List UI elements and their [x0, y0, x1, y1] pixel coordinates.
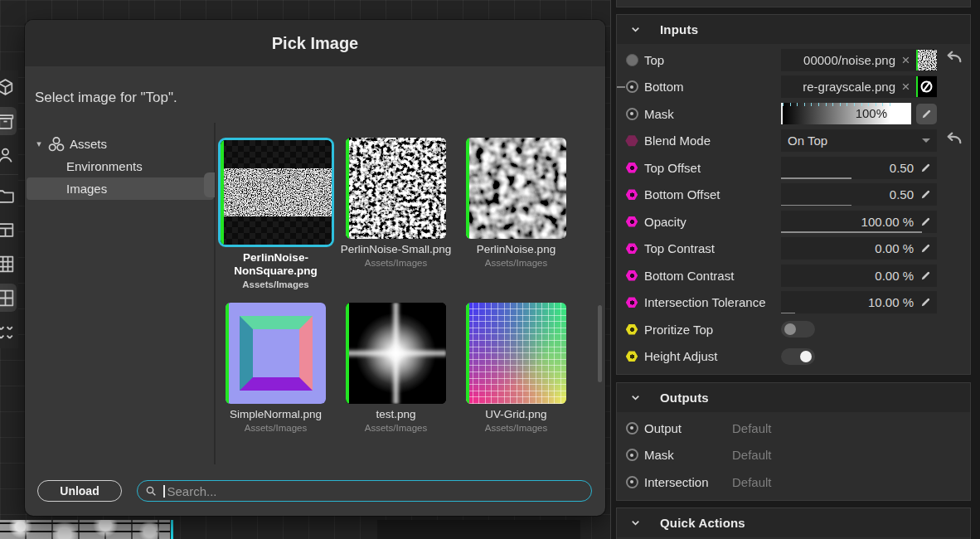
input-port-icon [625, 134, 638, 148]
slider-field[interactable]: 10.00 % [781, 291, 937, 313]
green-edge-strip [226, 303, 229, 404]
output-type-value[interactable]: Default [732, 421, 772, 435]
tree-item-assets[interactable]: ▾ Assets [27, 133, 214, 155]
color-swatch[interactable] [890, 103, 911, 124]
slider-value: 0.00 % [781, 241, 937, 255]
image-card[interactable]: PerlinNoise.pngAssets/Images [458, 138, 575, 289]
slider-value: 0.50 [781, 187, 937, 202]
inputs-section: Inputs Top00000/noise.png×Bottomre-grays… [616, 14, 971, 375]
toolbar-button-pattern[interactable] [0, 315, 18, 348]
input-control [781, 321, 937, 337]
pencil-icon [919, 296, 932, 308]
dropdown-arrow-icon [922, 138, 930, 143]
input-control: 0.50 [781, 157, 937, 179]
section-title: Inputs [660, 22, 698, 36]
image-card[interactable]: PerlinNoise-NonSquare.pngAssets/Images [218, 138, 334, 289]
output-type-value[interactable]: Default [732, 475, 772, 489]
slider-field[interactable]: 0.50 [781, 157, 937, 179]
toolbar-button-box3d[interactable] [0, 70, 18, 104]
toolbar-button-account[interactable] [0, 138, 18, 172]
image-thumbnail [346, 303, 446, 404]
input-row: Proritize Top [617, 316, 970, 343]
port-shape [626, 163, 638, 174]
outputs-section-header[interactable]: Outputs [617, 383, 970, 412]
port-shape [626, 189, 638, 201]
image-card[interactable]: UV-Grid.pngAssets/Images [458, 303, 575, 433]
input-control: On Top [781, 129, 937, 152]
port-shape [626, 449, 638, 461]
slider-field[interactable]: 0.50 [781, 183, 937, 206]
undo-button[interactable] [945, 130, 963, 152]
unload-button[interactable]: Unload [37, 480, 122, 502]
output-row: OutputDefault [617, 415, 970, 442]
slider-progress [781, 177, 851, 179]
input-label: Opacity [644, 215, 781, 229]
toolbar-button-folder[interactable] [0, 179, 18, 213]
toggle-switch[interactable] [781, 348, 815, 365]
search-field[interactable] [137, 480, 592, 502]
toolbar-button-asset-box[interactable] [0, 104, 18, 138]
input-port-icon [625, 475, 638, 488]
image-card[interactable]: PerlinNoise-Small.pngAssets/Images [338, 138, 454, 289]
left-toolbar [0, 70, 18, 348]
close-icon[interactable]: × [895, 76, 916, 97]
input-control: 100% [781, 103, 937, 124]
folder-icon [0, 186, 16, 206]
file-field[interactable]: re-grayscale.png× [781, 75, 937, 98]
table-icon [0, 220, 16, 240]
row-actions [937, 130, 963, 152]
undo-icon [945, 130, 963, 148]
port-shape [625, 135, 638, 147]
brick-texture-node-preview[interactable] [0, 520, 170, 539]
toggle-switch[interactable] [781, 321, 815, 337]
image-thumbnail [218, 138, 334, 247]
grid-large-icon [0, 254, 16, 274]
gradient-editor[interactable]: 100% [781, 103, 890, 124]
toolbar-button-grid-large[interactable] [0, 247, 18, 281]
image-name: PerlinNoise-Small.png [338, 243, 454, 256]
pick-image-dialog: Pick Image Select image for "Top". ▾ Ass… [25, 20, 605, 516]
image-grid-scrollbar[interactable] [598, 305, 602, 382]
input-row: Bottom Contrast0.00 % [617, 262, 970, 289]
output-label: Output [644, 421, 724, 435]
image-thumbnail [346, 138, 446, 239]
port-shape [626, 324, 638, 336]
slider-progress [781, 231, 922, 233]
inputs-section-header[interactable]: Inputs [617, 15, 970, 44]
close-icon[interactable]: × [895, 50, 916, 70]
tree-item-environments[interactable]: Environments [27, 155, 214, 177]
edit-gradient-button[interactable] [916, 104, 937, 124]
image-card[interactable]: SimpleNormal.pngAssets/Images [218, 303, 334, 433]
image-name: test.png [338, 408, 454, 421]
dropdown-value: On Top [788, 134, 922, 148]
account-icon [0, 145, 16, 166]
output-type-value[interactable]: Default [732, 448, 772, 462]
tree-item-images[interactable]: Images [27, 177, 214, 200]
section-title: Quick Actions [660, 516, 745, 530]
slider-field[interactable]: 0.00 % [781, 237, 937, 260]
search-input[interactable] [167, 484, 585, 498]
separator-drag-handle[interactable] [204, 172, 215, 197]
port-shape [626, 270, 638, 282]
slider-value: 10.00 % [781, 295, 937, 309]
port-shape [626, 422, 638, 435]
text-caret [163, 485, 165, 498]
file-field[interactable]: 00000/noise.png× [781, 49, 937, 71]
input-row: Height Adjust [617, 343, 970, 371]
slider-field[interactable]: 0.00 % [781, 265, 937, 287]
tree-expand-icon[interactable]: ▾ [32, 138, 46, 149]
undo-button[interactable] [945, 49, 963, 70]
image-card[interactable]: test.pngAssets/Images [338, 303, 454, 433]
input-port-icon [625, 80, 638, 94]
quick-actions-section-header[interactable]: Quick Actions [617, 508, 970, 537]
toolbar-button-grid-small[interactable] [0, 281, 18, 315]
input-control: re-grayscale.png× [781, 75, 937, 98]
image-name: UV-Grid.png [458, 408, 575, 421]
input-control: 0.50 [781, 183, 937, 206]
slider-field[interactable]: 100.00 % [781, 211, 937, 233]
toolbar-button-table[interactable] [0, 213, 18, 247]
node-selection-edge [171, 520, 173, 539]
blend-mode-dropdown[interactable]: On Top [781, 129, 937, 152]
image-thumbnail [226, 303, 326, 404]
input-port-icon [625, 350, 638, 363]
